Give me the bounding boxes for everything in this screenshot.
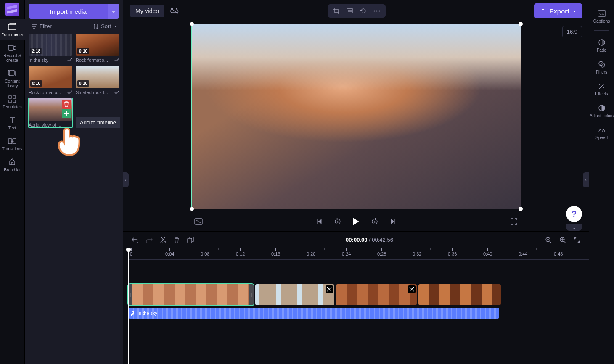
- media-tile[interactable]: 0:10Rock formatio...: [29, 66, 72, 95]
- transition-icon[interactable]: [326, 285, 333, 293]
- delete-button[interactable]: [174, 237, 180, 243]
- video-clip[interactable]: [336, 284, 417, 305]
- ruler-tick-minor[interactable]: [324, 248, 325, 260]
- resize-handle[interactable]: [519, 22, 523, 26]
- media-tile[interactable]: 0:10Striated rock f...: [76, 66, 119, 95]
- media-thumbnail[interactable]: 0:10: [76, 66, 119, 88]
- fullscreen-icon[interactable]: [509, 217, 519, 226]
- cloud-off-icon[interactable]: [170, 8, 179, 14]
- media-thumbnail[interactable]: 2:18: [29, 34, 72, 56]
- ruler-tick-minor[interactable]: [466, 248, 466, 260]
- forward-5-icon[interactable]: 5: [370, 217, 379, 226]
- zoom-out-button[interactable]: [545, 237, 552, 243]
- ruler-tick-minor[interactable]: [183, 248, 183, 260]
- undo-button[interactable]: [132, 237, 138, 243]
- right-adjust-colors[interactable]: Adjust colors: [589, 100, 614, 121]
- media-thumbnail[interactable]: 0:10: [29, 66, 72, 88]
- ruler-tick-minor[interactable]: [360, 248, 360, 260]
- video-track[interactable]: ||||: [128, 284, 589, 305]
- ruler-tick-minor[interactable]: [536, 248, 537, 260]
- fit-icon[interactable]: [346, 7, 354, 15]
- hide-preview-icon[interactable]: [194, 217, 203, 226]
- right-filters[interactable]: Filters: [589, 57, 614, 77]
- collapse-media-panel[interactable]: ‹: [123, 172, 129, 187]
- rotate-icon[interactable]: [360, 7, 367, 15]
- ruler-tick[interactable]: 0:40: [483, 248, 492, 260]
- duplicate-button[interactable]: [187, 237, 194, 243]
- ruler-tick[interactable]: 0:16: [271, 248, 280, 260]
- ruler-tick[interactable]: 0:32: [413, 248, 421, 260]
- import-media-dropdown[interactable]: [108, 4, 119, 19]
- ruler-tick-minor[interactable]: [218, 248, 219, 260]
- sort-button[interactable]: Sort: [93, 23, 117, 29]
- right-captions[interactable]: CC Captions: [589, 6, 614, 26]
- nav-brand-kit[interactable]: Brand kit: [0, 155, 25, 175]
- zoom-in-button[interactable]: [559, 237, 566, 243]
- media-tile[interactable]: 0:10Rock formatio...: [76, 34, 119, 63]
- right-effects[interactable]: Effects: [589, 79, 614, 99]
- skip-start-icon[interactable]: [315, 217, 324, 226]
- nav-content-library[interactable]: Content library: [0, 66, 25, 91]
- ruler-tick[interactable]: 0:28: [377, 248, 386, 260]
- ruler-tick-minor[interactable]: [254, 248, 254, 260]
- play-button[interactable]: [352, 217, 361, 226]
- split-button[interactable]: [160, 237, 166, 243]
- help-button[interactable]: ?: [566, 206, 582, 222]
- nav-text[interactable]: Text: [0, 113, 25, 133]
- fit-timeline-button[interactable]: [574, 237, 580, 243]
- video-preview[interactable]: [191, 24, 521, 209]
- video-clip[interactable]: [255, 284, 334, 305]
- delete-media-button[interactable]: [62, 100, 71, 109]
- ruler-tick-minor[interactable]: [395, 248, 395, 260]
- ruler-tick-minor[interactable]: [289, 248, 289, 260]
- right-fade[interactable]: Fade: [589, 35, 614, 55]
- clip-handle-left[interactable]: ||: [128, 284, 132, 305]
- resize-handle[interactable]: [190, 207, 194, 211]
- clip-handle-right[interactable]: ||: [249, 284, 254, 305]
- ruler-tick[interactable]: 0:12: [236, 248, 245, 260]
- ruler-tick[interactable]: 0:44: [519, 248, 527, 260]
- rewind-5-icon[interactable]: 5: [333, 217, 342, 226]
- app-logo[interactable]: [5, 3, 19, 16]
- media-tile[interactable]: Aerial view of ...: [29, 98, 72, 127]
- right-speed[interactable]: Speed: [589, 122, 614, 142]
- resize-handle[interactable]: [190, 22, 194, 26]
- nav-transitions[interactable]: Transitions: [0, 134, 25, 154]
- nav-label: Text: [8, 126, 16, 130]
- playhead[interactable]: [128, 248, 129, 364]
- video-clip[interactable]: ||||: [128, 284, 254, 305]
- ruler-tick[interactable]: 0:48: [554, 248, 563, 260]
- export-button[interactable]: Export: [534, 3, 582, 18]
- ruler-tick[interactable]: 0:20: [307, 248, 315, 260]
- media-thumbnail[interactable]: 0:10: [76, 34, 119, 56]
- timeline-ruler[interactable]: 00:040:080:120:160:200:240:280:320:360:4…: [128, 248, 589, 260]
- audio-track[interactable]: In the sky: [128, 308, 589, 319]
- import-media-button[interactable]: Import media: [29, 4, 108, 19]
- ruler-tick-minor[interactable]: [430, 248, 431, 260]
- skip-end-icon[interactable]: [389, 217, 398, 226]
- transition-icon[interactable]: [408, 285, 416, 293]
- timeline[interactable]: 00:040:080:120:160:200:240:280:320:360:4…: [123, 248, 589, 364]
- ruler-tick[interactable]: 0:36: [448, 248, 457, 260]
- ruler-tick-minor[interactable]: [501, 248, 501, 260]
- add-to-timeline-button[interactable]: [62, 109, 71, 118]
- aspect-ratio-button[interactable]: 16:9: [562, 26, 582, 37]
- project-title[interactable]: My video: [130, 5, 164, 17]
- filter-button[interactable]: Filter: [31, 23, 58, 29]
- help-collapse[interactable]: ⌄: [566, 224, 582, 231]
- video-clip[interactable]: [418, 284, 501, 305]
- nav-record-create[interactable]: Record & create: [0, 40, 25, 65]
- more-icon[interactable]: [373, 7, 381, 15]
- crop-icon[interactable]: [333, 7, 340, 15]
- ruler-tick[interactable]: 0:24: [342, 248, 351, 260]
- audio-clip[interactable]: In the sky: [128, 308, 499, 319]
- redo-button[interactable]: [146, 237, 153, 243]
- nav-your-media[interactable]: Your media: [0, 19, 25, 40]
- nav-templates[interactable]: Templates: [0, 92, 25, 112]
- ruler-tick[interactable]: 0:08: [201, 248, 209, 260]
- resize-handle[interactable]: [519, 207, 523, 211]
- ruler-tick[interactable]: 0:04: [165, 248, 174, 260]
- collapse-right-panel[interactable]: ›: [583, 172, 589, 187]
- ruler-tick-minor[interactable]: [148, 248, 148, 260]
- media-tile[interactable]: 2:18In the sky: [29, 34, 72, 63]
